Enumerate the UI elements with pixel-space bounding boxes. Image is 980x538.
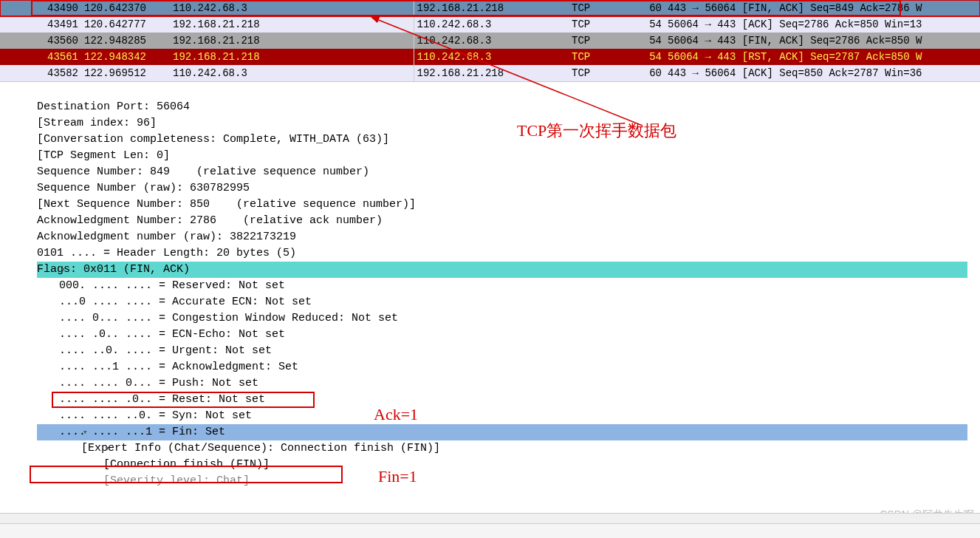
col-protocol: TCP bbox=[569, 49, 643, 65]
expand-flags-icon[interactable]: ▾ bbox=[61, 262, 66, 278]
col-no: 43582 bbox=[0, 65, 81, 81]
col-time: 120.642370 bbox=[81, 0, 170, 16]
col-source: 110.242.68.3 bbox=[170, 0, 414, 16]
col-destination: 192.168.21.218 bbox=[414, 65, 569, 81]
flag-push[interactable]: .... .... 0... = Push: Not set bbox=[37, 375, 980, 392]
expand-fin-icon[interactable]: ▾ bbox=[83, 424, 88, 440]
flag-fin[interactable]: .... .... ...1 = Fin: Set bbox=[37, 424, 967, 440]
col-length: 54 bbox=[643, 16, 665, 33]
col-no: 43490 bbox=[0, 0, 81, 16]
col-time: 122.969512 bbox=[81, 65, 170, 81]
flag-syn[interactable]: .... .... ..0. = Syn: Not set bbox=[37, 408, 980, 424]
detail-next-seq[interactable]: [Next Sequence Number: 850 (relative seq… bbox=[37, 197, 980, 213]
col-protocol: TCP bbox=[569, 33, 643, 49]
detail-seq-num[interactable]: Sequence Number: 849 (relative sequence … bbox=[37, 164, 980, 180]
col-destination: 110.242.68.3 bbox=[414, 49, 569, 65]
col-length: 54 bbox=[643, 33, 665, 49]
col-no: 43491 bbox=[0, 16, 81, 33]
packet-details-pane[interactable]: Destination Port: 56064 [Stream index: 9… bbox=[0, 96, 980, 489]
flag-reserved[interactable]: 000. .... .... = Reserved: Not set bbox=[37, 278, 980, 294]
packet-row[interactable]: 43560122.948285192.168.21.218110.242.68.… bbox=[0, 33, 980, 49]
expert-info[interactable]: [Expert Info (Chat/Sequence): Connection… bbox=[37, 440, 980, 457]
status-bar bbox=[0, 523, 980, 538]
col-source: 192.168.21.218 bbox=[170, 16, 414, 33]
col-destination: 192.168.21.218 bbox=[414, 0, 569, 16]
flag-ack[interactable]: .... ...1 .... = Acknowledgment: Set bbox=[37, 359, 980, 375]
col-source: 110.242.68.3 bbox=[170, 65, 414, 81]
flag-reset[interactable]: .... .... .0.. = Reset: Not set bbox=[37, 392, 980, 408]
packet-row[interactable]: 43490120.642370110.242.68.3192.168.21.21… bbox=[0, 0, 980, 16]
col-no: 43561 bbox=[0, 49, 81, 65]
flag-ecn-echo[interactable]: .... .0.. .... = ECN-Echo: Not set bbox=[37, 327, 980, 343]
col-source: 192.168.21.218 bbox=[170, 49, 414, 65]
col-info: 443 → 56064 [ACK] Seq=850 Ack=2787 Win=3… bbox=[665, 65, 980, 81]
packet-list-table[interactable]: 43490120.642370110.242.68.3192.168.21.21… bbox=[0, 0, 980, 81]
detail-conversation[interactable]: [Conversation completeness: Complete, WI… bbox=[37, 132, 980, 148]
horizontal-scrollbar[interactable] bbox=[0, 513, 980, 523]
packet-row[interactable]: 43561122.948342192.168.21.218110.242.68.… bbox=[0, 49, 980, 65]
col-info: 443 → 56064 [FIN, ACK] Seq=849 Ack=2786 … bbox=[665, 0, 980, 16]
detail-ack-raw[interactable]: Acknowledgment number (raw): 3822173219 bbox=[37, 229, 980, 245]
detail-ack-num[interactable]: Acknowledgment Number: 2786 (relative ac… bbox=[37, 213, 980, 229]
col-protocol: TCP bbox=[569, 65, 643, 81]
packet-row[interactable]: 43491120.642777192.168.21.218110.242.68.… bbox=[0, 16, 980, 33]
col-destination: 110.242.68.3 bbox=[414, 33, 569, 49]
col-source: 192.168.21.218 bbox=[170, 33, 414, 49]
col-length: 60 bbox=[643, 65, 665, 81]
flag-cwr[interactable]: .... 0... .... = Congestion Window Reduc… bbox=[37, 310, 980, 327]
flag-accurate-ecn[interactable]: ...0 .... .... = Accurate ECN: Not set bbox=[37, 294, 980, 310]
severity-level[interactable]: [Severity level: Chat] bbox=[37, 473, 980, 489]
flag-urgent[interactable]: .... ..0. .... = Urgent: Not set bbox=[37, 343, 980, 359]
col-time: 122.948285 bbox=[81, 33, 170, 49]
detail-flags[interactable]: Flags: 0x011 (FIN, ACK) bbox=[37, 262, 967, 278]
detail-header-len[interactable]: 0101 .... = Header Length: 20 bytes (5) bbox=[37, 245, 980, 262]
col-protocol: TCP bbox=[569, 16, 643, 33]
packet-row[interactable]: 43582122.969512110.242.68.3192.168.21.21… bbox=[0, 65, 980, 81]
col-info: 56064 → 443 [RST, ACK] Seq=2787 Ack=850 … bbox=[665, 49, 980, 65]
col-protocol: TCP bbox=[569, 0, 643, 16]
detail-dest-port[interactable]: Destination Port: 56064 bbox=[37, 99, 980, 115]
detail-segment-len[interactable]: [TCP Segment Len: 0] bbox=[37, 148, 980, 164]
connection-finish[interactable]: [Connection finish (FIN)] bbox=[37, 457, 980, 473]
detail-stream-index[interactable]: [Stream index: 96] bbox=[37, 115, 980, 132]
col-destination: 110.242.68.3 bbox=[414, 16, 569, 33]
col-no: 43560 bbox=[0, 33, 81, 49]
col-time: 120.642777 bbox=[81, 16, 170, 33]
col-time: 122.948342 bbox=[81, 49, 170, 65]
col-length: 54 bbox=[643, 49, 665, 65]
col-length: 60 bbox=[643, 0, 665, 16]
detail-seq-raw[interactable]: Sequence Number (raw): 630782995 bbox=[37, 180, 980, 197]
expand-expert-icon[interactable]: ▾ bbox=[105, 440, 110, 457]
col-info: 56064 → 443 [FIN, ACK] Seq=2786 Ack=850 … bbox=[665, 33, 980, 49]
pane-divider[interactable] bbox=[0, 81, 980, 96]
col-info: 56064 → 443 [ACK] Seq=2786 Ack=850 Win=1… bbox=[665, 16, 980, 33]
